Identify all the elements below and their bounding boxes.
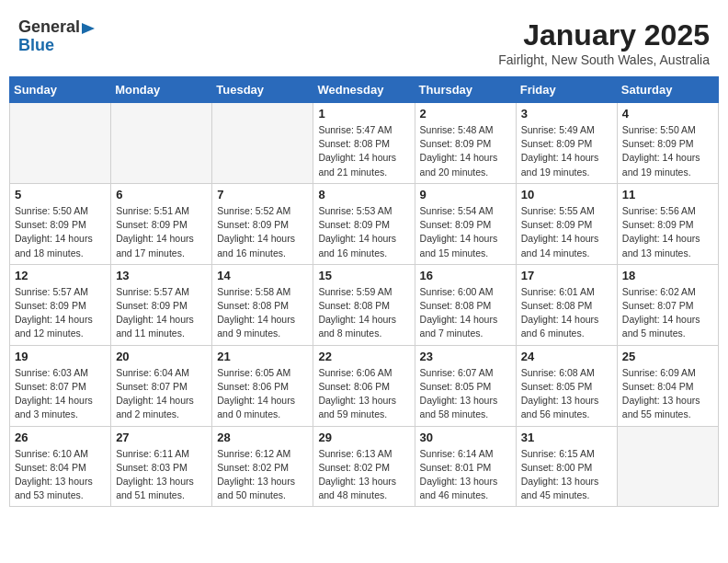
weekday-header-sunday: Sunday <box>10 77 111 103</box>
calendar-week-row: 5Sunrise: 5:50 AM Sunset: 8:09 PM Daylig… <box>10 183 719 264</box>
day-number: 10 <box>521 188 612 201</box>
logo-general-text: General <box>18 18 80 37</box>
day-number: 25 <box>622 350 713 363</box>
day-number: 31 <box>521 431 612 444</box>
day-number: 29 <box>318 431 409 444</box>
day-number: 14 <box>217 269 308 282</box>
calendar-cell: 16Sunrise: 6:00 AM Sunset: 8:08 PM Dayli… <box>415 264 516 345</box>
calendar-cell: 25Sunrise: 6:09 AM Sunset: 8:04 PM Dayli… <box>617 345 718 426</box>
calendar-cell: 13Sunrise: 5:57 AM Sunset: 8:09 PM Dayli… <box>111 264 212 345</box>
day-number: 5 <box>15 188 106 201</box>
header: General Blue January 2025 Fairlight, New… <box>9 9 719 73</box>
day-number: 26 <box>15 431 106 444</box>
calendar-cell: 12Sunrise: 5:57 AM Sunset: 8:09 PM Dayli… <box>10 264 111 345</box>
day-number: 20 <box>116 350 207 363</box>
day-info: Sunrise: 6:03 AM Sunset: 8:07 PM Dayligh… <box>15 366 106 422</box>
calendar-cell: 10Sunrise: 5:55 AM Sunset: 8:09 PM Dayli… <box>516 183 617 264</box>
day-number: 2 <box>420 107 511 121</box>
day-info: Sunrise: 5:52 AM Sunset: 8:09 PM Dayligh… <box>217 204 308 260</box>
day-info: Sunrise: 6:04 AM Sunset: 8:07 PM Dayligh… <box>116 366 207 422</box>
calendar-cell: 26Sunrise: 6:10 AM Sunset: 8:04 PM Dayli… <box>10 426 111 507</box>
calendar-week-row: 19Sunrise: 6:03 AM Sunset: 8:07 PM Dayli… <box>10 345 719 426</box>
calendar-cell: 19Sunrise: 6:03 AM Sunset: 8:07 PM Dayli… <box>10 345 111 426</box>
day-number: 7 <box>217 188 308 201</box>
calendar-cell: 15Sunrise: 5:59 AM Sunset: 8:08 PM Dayli… <box>313 264 415 345</box>
calendar-cell: 17Sunrise: 6:01 AM Sunset: 8:08 PM Dayli… <box>516 264 617 345</box>
day-number: 4 <box>622 107 713 121</box>
day-info: Sunrise: 6:14 AM Sunset: 8:01 PM Dayligh… <box>420 447 511 503</box>
calendar-cell: 28Sunrise: 6:12 AM Sunset: 8:02 PM Dayli… <box>212 426 313 507</box>
day-info: Sunrise: 6:09 AM Sunset: 8:04 PM Dayligh… <box>622 366 713 422</box>
day-info: Sunrise: 5:55 AM Sunset: 8:09 PM Dayligh… <box>521 204 612 260</box>
calendar-cell: 5Sunrise: 5:50 AM Sunset: 8:09 PM Daylig… <box>10 183 111 264</box>
calendar-cell: 2Sunrise: 5:48 AM Sunset: 8:09 PM Daylig… <box>415 103 516 184</box>
day-number: 12 <box>15 269 106 282</box>
day-number: 22 <box>318 350 409 363</box>
calendar-cell: 30Sunrise: 6:14 AM Sunset: 8:01 PM Dayli… <box>415 426 516 507</box>
day-number: 28 <box>217 431 308 444</box>
day-info: Sunrise: 6:11 AM Sunset: 8:03 PM Dayligh… <box>116 447 207 503</box>
weekday-header-thursday: Thursday <box>415 77 516 103</box>
day-info: Sunrise: 5:58 AM Sunset: 8:08 PM Dayligh… <box>217 285 308 341</box>
weekday-header-row: SundayMondayTuesdayWednesdayThursdayFrid… <box>10 77 719 103</box>
logo-blue-text: Blue <box>18 37 97 55</box>
calendar-cell: 24Sunrise: 6:08 AM Sunset: 8:05 PM Dayli… <box>516 345 617 426</box>
calendar-week-row: 12Sunrise: 5:57 AM Sunset: 8:09 PM Dayli… <box>10 264 719 345</box>
calendar-week-row: 26Sunrise: 6:10 AM Sunset: 8:04 PM Dayli… <box>10 426 719 507</box>
weekday-header-saturday: Saturday <box>617 77 718 103</box>
title-area: January 2025 Fairlight, New South Wales,… <box>498 18 710 67</box>
day-number: 18 <box>622 269 713 282</box>
calendar-table: SundayMondayTuesdayWednesdayThursdayFrid… <box>9 76 719 507</box>
calendar-cell <box>111 103 212 184</box>
day-number: 16 <box>420 269 511 282</box>
calendar-cell: 7Sunrise: 5:52 AM Sunset: 8:09 PM Daylig… <box>212 183 313 264</box>
calendar-cell <box>212 103 313 184</box>
day-info: Sunrise: 5:59 AM Sunset: 8:08 PM Dayligh… <box>318 285 409 341</box>
day-number: 27 <box>116 431 207 444</box>
day-number: 23 <box>420 350 511 363</box>
day-number: 9 <box>420 188 511 201</box>
day-info: Sunrise: 5:54 AM Sunset: 8:09 PM Dayligh… <box>420 204 511 260</box>
day-number: 11 <box>622 188 713 201</box>
day-number: 17 <box>521 269 612 282</box>
day-info: Sunrise: 5:48 AM Sunset: 8:09 PM Dayligh… <box>420 123 511 179</box>
day-info: Sunrise: 6:01 AM Sunset: 8:08 PM Dayligh… <box>521 285 612 341</box>
day-info: Sunrise: 6:13 AM Sunset: 8:02 PM Dayligh… <box>318 447 409 503</box>
calendar-cell: 1Sunrise: 5:47 AM Sunset: 8:08 PM Daylig… <box>313 103 415 184</box>
weekday-header-tuesday: Tuesday <box>212 77 313 103</box>
weekday-header-monday: Monday <box>111 77 212 103</box>
day-info: Sunrise: 6:06 AM Sunset: 8:06 PM Dayligh… <box>318 366 409 422</box>
day-info: Sunrise: 6:00 AM Sunset: 8:08 PM Dayligh… <box>420 285 511 341</box>
logo: General Blue <box>18 18 97 55</box>
calendar-cell: 23Sunrise: 6:07 AM Sunset: 8:05 PM Dayli… <box>415 345 516 426</box>
day-info: Sunrise: 6:10 AM Sunset: 8:04 PM Dayligh… <box>15 447 106 503</box>
calendar-cell: 22Sunrise: 6:06 AM Sunset: 8:06 PM Dayli… <box>313 345 415 426</box>
weekday-header-friday: Friday <box>516 77 617 103</box>
location-subtitle: Fairlight, New South Wales, Australia <box>498 52 710 67</box>
calendar-cell: 9Sunrise: 5:54 AM Sunset: 8:09 PM Daylig… <box>415 183 516 264</box>
day-info: Sunrise: 6:02 AM Sunset: 8:07 PM Dayligh… <box>622 285 713 341</box>
day-info: Sunrise: 6:12 AM Sunset: 8:02 PM Dayligh… <box>217 447 308 503</box>
day-info: Sunrise: 6:08 AM Sunset: 8:05 PM Dayligh… <box>521 366 612 422</box>
day-number: 15 <box>318 269 409 282</box>
logo-arrow-icon <box>82 21 97 36</box>
calendar-cell: 14Sunrise: 5:58 AM Sunset: 8:08 PM Dayli… <box>212 264 313 345</box>
calendar-week-row: 1Sunrise: 5:47 AM Sunset: 8:08 PM Daylig… <box>10 103 719 184</box>
calendar-cell: 27Sunrise: 6:11 AM Sunset: 8:03 PM Dayli… <box>111 426 212 507</box>
svg-marker-0 <box>82 23 95 34</box>
day-info: Sunrise: 5:56 AM Sunset: 8:09 PM Dayligh… <box>622 204 713 260</box>
day-number: 1 <box>318 107 409 121</box>
calendar-cell: 29Sunrise: 6:13 AM Sunset: 8:02 PM Dayli… <box>313 426 415 507</box>
calendar-cell: 21Sunrise: 6:05 AM Sunset: 8:06 PM Dayli… <box>212 345 313 426</box>
day-info: Sunrise: 5:50 AM Sunset: 8:09 PM Dayligh… <box>622 123 713 179</box>
day-info: Sunrise: 5:53 AM Sunset: 8:09 PM Dayligh… <box>318 204 409 260</box>
calendar-cell <box>10 103 111 184</box>
day-info: Sunrise: 6:15 AM Sunset: 8:00 PM Dayligh… <box>521 447 612 503</box>
calendar-cell: 8Sunrise: 5:53 AM Sunset: 8:09 PM Daylig… <box>313 183 415 264</box>
day-number: 3 <box>521 107 612 121</box>
calendar-cell: 6Sunrise: 5:51 AM Sunset: 8:09 PM Daylig… <box>111 183 212 264</box>
calendar-cell: 3Sunrise: 5:49 AM Sunset: 8:09 PM Daylig… <box>516 103 617 184</box>
day-info: Sunrise: 6:05 AM Sunset: 8:06 PM Dayligh… <box>217 366 308 422</box>
day-number: 19 <box>15 350 106 363</box>
weekday-header-wednesday: Wednesday <box>313 77 415 103</box>
